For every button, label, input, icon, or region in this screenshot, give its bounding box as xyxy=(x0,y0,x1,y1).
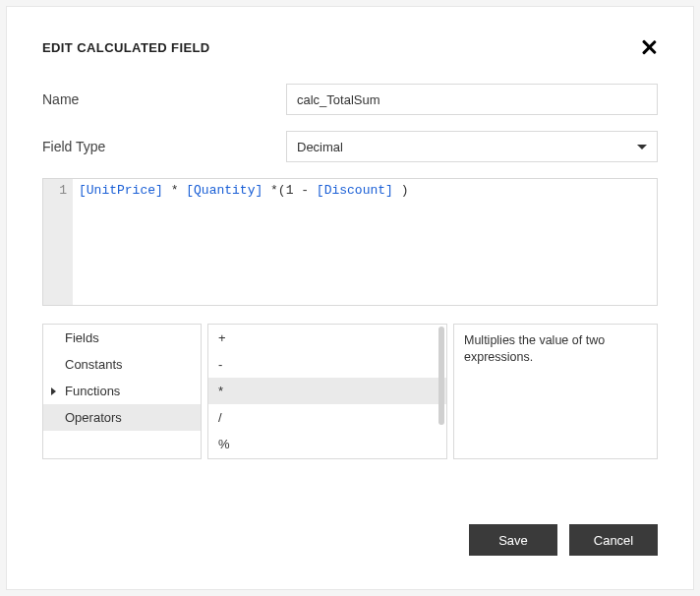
token-field: [Quantity] xyxy=(186,183,262,198)
editor-code[interactable]: [UnitPrice] * [Quantity] *(1 - [Discount… xyxy=(73,179,657,305)
category-item[interactable]: Constants xyxy=(43,351,201,378)
token-operator: ) xyxy=(393,183,409,198)
description-panel: Multiplies the value of two expressions. xyxy=(453,324,658,459)
operator-item[interactable]: + xyxy=(208,325,446,351)
token-field: [Discount] xyxy=(317,183,393,198)
expression-browser: FieldsConstantsFunctionsOperators +-*/% … xyxy=(42,324,658,459)
name-label: Name xyxy=(42,91,286,107)
close-icon[interactable] xyxy=(640,38,658,56)
category-item[interactable]: Functions xyxy=(43,378,201,404)
operator-item[interactable]: % xyxy=(208,431,446,457)
field-type-select[interactable]: Decimal xyxy=(286,131,658,162)
category-item[interactable]: Operators xyxy=(43,404,201,431)
dialog-frame: EDIT CALCULATED FIELD Name Field Type De… xyxy=(6,6,694,590)
row-field-type: Field Type Decimal xyxy=(42,131,658,162)
dialog-buttons: Save Cancel xyxy=(469,524,658,556)
line-number: 1 xyxy=(43,183,67,198)
dialog-header: EDIT CALCULATED FIELD xyxy=(42,38,658,56)
expression-editor[interactable]: 1 [UnitPrice] * [Quantity] *(1 - [Discou… xyxy=(42,178,658,306)
name-input[interactable] xyxy=(286,84,658,115)
categories-panel: FieldsConstantsFunctionsOperators xyxy=(42,324,202,459)
cancel-button[interactable]: Cancel xyxy=(569,524,658,556)
operator-item[interactable]: - xyxy=(208,351,446,378)
scrollbar-thumb[interactable] xyxy=(438,327,444,425)
items-panel: +-*/% xyxy=(207,324,447,459)
editor-gutter: 1 xyxy=(43,179,73,305)
dialog-title: EDIT CALCULATED FIELD xyxy=(42,40,210,55)
chevron-down-icon xyxy=(637,145,647,149)
field-type-value: Decimal xyxy=(297,140,637,154)
category-item[interactable]: Fields xyxy=(43,325,201,351)
token-operator: *(1 - xyxy=(262,183,317,198)
operator-item[interactable]: / xyxy=(208,404,446,431)
token-operator: * xyxy=(163,183,186,198)
save-button[interactable]: Save xyxy=(469,524,557,556)
token-field: [UnitPrice] xyxy=(79,183,163,198)
field-type-label: Field Type xyxy=(42,139,286,154)
row-name: Name xyxy=(42,84,658,115)
operator-item[interactable]: * xyxy=(208,378,446,404)
